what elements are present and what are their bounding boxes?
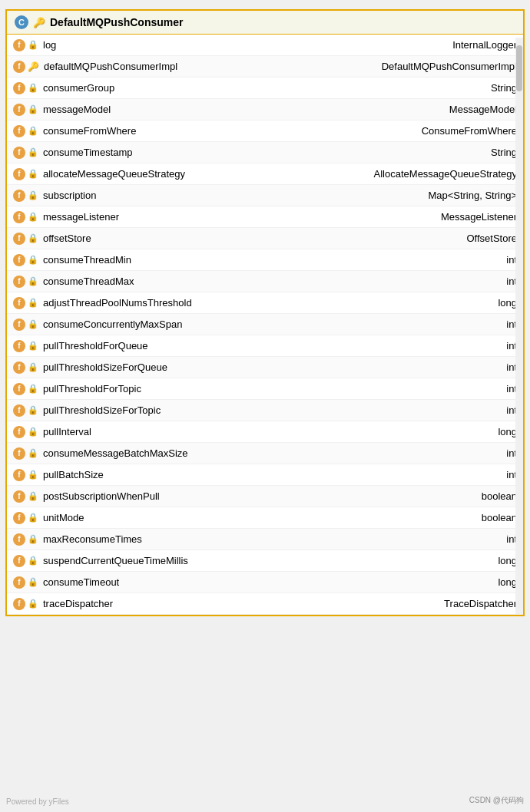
class-header: C 🔑 DefaultMQPushConsumer [7,11,523,35]
field-icons: f🔒 [13,404,38,417]
field-lock-icon: 🔒 [28,190,38,200]
field-icons: f🔒 [13,447,38,460]
table-row: f🔒consumerGroupString [7,78,523,99]
field-name: allocateMessageQueueStrategy [43,168,374,180]
field-f-icon: f [13,104,25,116]
table-row: f🔒offsetStoreOffsetStore [7,228,523,249]
field-name: consumeFromWhere [43,125,422,137]
field-name: pullBatchSize [43,469,506,480]
field-name: maxReconsumeTimes [43,533,506,545]
field-lock-icon: 🔒 [28,556,38,566]
field-f-icon: f [13,469,25,481]
table-row: f🔒consumeThreadMaxint [7,271,523,292]
field-icons: f🔒 [13,340,38,352]
field-icons: f🔒 [13,383,38,395]
field-icons: f🔒 [13,361,38,374]
table-row: f🔒consumeThreadMinint [7,249,523,271]
table-row: f🔒unitModeboolean [7,507,523,529]
field-f-icon: f [13,404,25,417]
field-type: ConsumeFromWhere [422,125,517,137]
field-icons: f🔒 [13,555,38,567]
field-name: defaultMQPushConsumerImpl [44,61,382,72]
field-name: consumeTimeout [43,576,498,588]
field-type: TraceDispatcher [444,598,517,609]
table-row: f🔒consumeFromWhereConsumeFromWhere [7,120,523,142]
field-f-icon: f [13,233,25,245]
field-name: messageModel [43,104,449,115]
field-type: MessageListener [441,211,517,223]
table-row: f🔒pullBatchSizeint [7,464,523,486]
field-key-icon: 🔑 [28,61,39,72]
class-c-icon: C [15,15,28,29]
field-lock-icon: 🔒 [28,233,38,243]
watermark-left: Powered by yFiles [6,797,69,806]
field-lock-icon: 🔒 [28,427,38,437]
field-type: Map<String, String> [428,190,517,201]
field-f-icon: f [13,276,25,288]
field-icons: f🔒 [13,211,38,223]
table-row: f🔒suspendCurrentQueueTimeMillislong [7,550,523,572]
field-f-icon: f [13,361,25,374]
field-icons: f🔒 [13,147,38,159]
field-type: InternalLogger [452,39,517,51]
field-lock-icon: 🔒 [28,255,38,265]
field-name: postSubscriptionWhenPull [43,490,482,502]
field-lock-icon: 🔒 [28,341,38,351]
field-name: consumerGroup [43,82,491,94]
field-f-icon: f [13,555,25,567]
field-f-icon: f [13,297,25,309]
table-row: f🔒adjustThreadPoolNumsThresholdlong [7,292,523,314]
class-key-icon: 🔑 [33,17,45,28]
table-row: f🔒consumeMessageBatchMaxSizeint [7,443,523,464]
table-row: f🔑defaultMQPushConsumerImplDefaultMQPush… [7,56,523,78]
field-lock-icon: 🔒 [28,405,38,415]
table-row: f🔒allocateMessageQueueStrategyAllocateMe… [7,163,523,185]
field-f-icon: f [13,39,25,51]
table-row: f🔒consumeConcurrentlyMaxSpanint [7,314,523,335]
field-type: long [498,426,517,437]
field-name: messageListener [43,211,441,223]
field-name: pullThresholdSizeForQueue [43,361,506,373]
field-icons: f🔒 [13,276,38,288]
field-f-icon: f [13,61,25,73]
table-row: f🔒pullThresholdForQueueint [7,335,523,357]
fields-container: f🔒logInternalLoggerf🔑defaultMQPushConsum… [7,35,523,615]
field-name: consumeThreadMin [43,254,506,266]
field-lock-icon: 🔒 [28,298,38,308]
field-f-icon: f [13,147,25,159]
field-lock-icon: 🔒 [28,83,38,93]
field-f-icon: f [13,340,25,352]
field-lock-icon: 🔒 [28,470,38,480]
field-name: pullThresholdForQueue [43,340,506,352]
field-name: unitMode [43,512,482,523]
watermark-right: CSDN @代码狗 [469,795,524,806]
table-row: f🔒traceDispatcherTraceDispatcher [7,593,523,615]
table-row: f🔒pullThresholdForTopicint [7,378,523,400]
field-f-icon: f [13,512,25,524]
field-f-icon: f [13,190,25,202]
field-icons: f🔒 [13,168,38,180]
field-f-icon: f [13,533,25,546]
table-row: f🔒messageModelMessageModel [7,99,523,120]
table-row: f🔒pullThresholdSizeForTopicint [7,400,523,421]
field-icons: f🔒 [13,598,38,610]
field-lock-icon: 🔒 [28,126,38,136]
field-name: consumeTimestamp [43,147,491,158]
field-name: offsetStore [43,233,466,244]
field-type: OffsetStore [466,233,517,244]
table-row: f🔒maxReconsumeTimesint [7,529,523,550]
scrollbar-thumb[interactable] [516,45,522,91]
scrollbar[interactable] [515,38,523,615]
field-f-icon: f [13,254,25,266]
field-f-icon: f [13,82,25,94]
field-lock-icon: 🔒 [28,169,38,179]
field-name: pullThresholdForTopic [43,383,506,394]
table-row: f🔒subscriptionMap<String, String> [7,185,523,206]
field-icons: f🔒 [13,190,38,202]
table-row: f🔒postSubscriptionWhenPullboolean [7,486,523,507]
field-lock-icon: 🔒 [28,319,38,329]
field-type: AllocateMessageQueueStrategy [374,168,517,180]
field-name: log [43,39,452,51]
table-row: f🔒pullIntervallong [7,421,523,443]
field-icons: f🔒 [13,319,38,331]
